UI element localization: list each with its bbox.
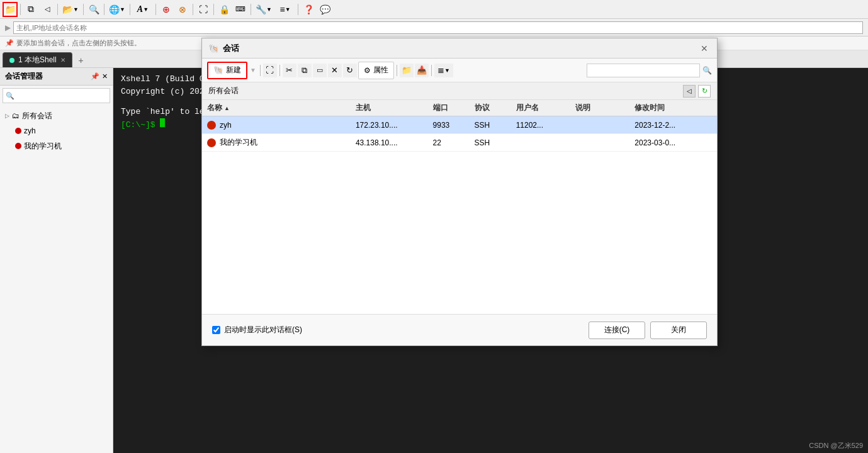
key-button[interactable]: ⌨ bbox=[233, 2, 248, 17]
paste-session-button[interactable]: ▭ bbox=[313, 64, 327, 77]
main-toolbar: 📁 ⧉ ◁ 📂▼ 🔍 🌐▼ A▼ ⊕ ⊗ bbox=[0, 0, 868, 19]
folder-icon: 📁 bbox=[5, 4, 16, 14]
new-tab-button[interactable]: + bbox=[74, 53, 89, 67]
row-mystudy-host: 43.138.10.... bbox=[356, 138, 433, 147]
view-icon: ≣ bbox=[437, 65, 444, 75]
close-dialog-button[interactable]: 关闭 bbox=[650, 322, 707, 339]
col-header-desc[interactable]: 说明 bbox=[575, 103, 634, 113]
sidebar-search-bar: 🔍 bbox=[3, 88, 110, 103]
dialog-path-right: ◁ ↻ bbox=[683, 85, 711, 98]
properties-label: 属性 bbox=[373, 65, 388, 76]
delete-button[interactable]: ✕ bbox=[328, 64, 342, 77]
separator-7 bbox=[193, 4, 193, 15]
dialog-title-text: 会话 bbox=[223, 43, 239, 54]
tab-dot bbox=[9, 58, 14, 63]
info-text: 要添加当前会话，点击左侧的箭头按钮。 bbox=[16, 38, 141, 48]
dialog-path-bar: 所有会话 ◁ ↻ bbox=[202, 82, 717, 100]
dialog-sep-2 bbox=[279, 65, 280, 76]
col-header-host[interactable]: 主机 bbox=[356, 103, 433, 113]
folder-button[interactable]: 📁 bbox=[3, 2, 18, 17]
xftp-button[interactable]: ⊕ bbox=[159, 2, 174, 17]
properties-button[interactable]: ⚙ 属性 bbox=[358, 62, 394, 79]
sidebar-item-mystudy[interactable]: 我的学习机 bbox=[0, 138, 113, 154]
table-row-zyh[interactable]: zyh 172.23.10.... 9933 SSH 11202... 2023… bbox=[202, 116, 717, 134]
dialog-close-button[interactable]: ✕ bbox=[698, 42, 711, 55]
reconnect-icon: ↻ bbox=[346, 65, 353, 75]
row-mystudy-name: 我的学习机 bbox=[207, 137, 356, 148]
lock-button[interactable]: 🔒 bbox=[217, 2, 232, 17]
sidebar-item-zyh[interactable]: zyh bbox=[0, 123, 113, 138]
row-mystudy-port: 22 bbox=[433, 138, 475, 147]
col-header-user[interactable]: 用户名 bbox=[516, 103, 575, 113]
row-zyh-time: 2023-12-2... bbox=[634, 121, 712, 130]
copy-session-icon: ⧉ bbox=[302, 65, 307, 76]
connect-open-button[interactable]: ⛶ bbox=[263, 64, 277, 77]
reconnect-button[interactable]: ↻ bbox=[343, 64, 357, 77]
open-button[interactable]: 📂▼ bbox=[60, 2, 81, 17]
globe-icon: 🌐 bbox=[109, 4, 120, 14]
find-button[interactable]: 🔍 bbox=[86, 2, 101, 17]
new-session-button[interactable]: 🌐▼ bbox=[107, 2, 127, 17]
dialog-titlebar: 🐚 会话 ✕ bbox=[202, 38, 717, 59]
import-button[interactable]: 📥 bbox=[415, 64, 429, 77]
more-button[interactable]: ≡▼ bbox=[275, 2, 295, 17]
copy-session-button[interactable]: ⧉ bbox=[298, 64, 312, 77]
col-header-port[interactable]: 端口 bbox=[433, 103, 475, 113]
tools-icon: 🔧 bbox=[256, 4, 266, 14]
zyh-label: zyh bbox=[24, 126, 36, 135]
local-shell-tab[interactable]: 1 本地Shell ✕ bbox=[3, 52, 72, 67]
separator-2 bbox=[57, 4, 58, 15]
dialog-search-input[interactable] bbox=[587, 64, 700, 77]
startup-checkbox[interactable] bbox=[212, 326, 220, 334]
paste-button[interactable]: ◁ bbox=[40, 2, 55, 17]
col-header-time[interactable]: 修改时间 bbox=[634, 103, 712, 113]
table-row-mystudy[interactable]: 我的学习机 43.138.10.... 22 SSH 2023-03-0... bbox=[202, 134, 717, 152]
connect-button[interactable]: 连接(C) bbox=[589, 322, 645, 339]
chat-button[interactable]: 💬 bbox=[317, 2, 332, 17]
path-refresh-button[interactable]: ↻ bbox=[698, 85, 711, 98]
connect-open-icon: ⛶ bbox=[266, 65, 274, 75]
dialog-title-icon: 🐚 bbox=[208, 43, 219, 53]
col-header-proto[interactable]: 协议 bbox=[475, 103, 516, 113]
new-session-icon: 🐚 bbox=[213, 65, 223, 75]
expand-icon: ▷ bbox=[5, 113, 9, 119]
folder-tree-icon: 🗂 bbox=[12, 111, 20, 120]
lock-icon: 🔒 bbox=[219, 4, 230, 14]
pin-icon: 📌 bbox=[5, 39, 14, 47]
more-icon: ≡ bbox=[279, 4, 285, 14]
sidebar-close-icon[interactable]: ✕ bbox=[102, 72, 108, 81]
copy-button[interactable]: ⧉ bbox=[23, 2, 38, 17]
separator-8 bbox=[213, 4, 214, 15]
sidebar-header-icons: 📌 ✕ bbox=[91, 72, 108, 81]
path-back-button[interactable]: ◁ bbox=[683, 85, 696, 98]
view-button[interactable]: ≣▼ bbox=[434, 64, 453, 77]
tools-button[interactable]: 🔧▼ bbox=[254, 2, 274, 17]
sidebar-header: 会话管理器 📌 ✕ bbox=[0, 68, 113, 86]
dialog-search-icon[interactable]: 🔍 bbox=[702, 66, 712, 75]
properties-icon: ⚙ bbox=[364, 66, 371, 75]
row-zyh-host: 172.23.10.... bbox=[356, 121, 433, 130]
dialog-sep-1 bbox=[260, 65, 261, 76]
folder-new-button[interactable]: 📁 bbox=[400, 64, 414, 77]
help-button[interactable]: ❓ bbox=[301, 2, 316, 17]
new-session-label: 新建 bbox=[226, 65, 241, 76]
sidebar-title: 会话管理器 bbox=[5, 71, 43, 82]
row-zyh-user: 11202... bbox=[516, 121, 575, 130]
font-button[interactable]: A▼ bbox=[133, 2, 153, 17]
col-header-name[interactable]: 名称 ▲ bbox=[207, 103, 356, 113]
separator-1 bbox=[20, 4, 21, 15]
cut-button[interactable]: ✂ bbox=[283, 64, 296, 77]
sidebar-pin-icon[interactable]: 📌 bbox=[91, 72, 99, 81]
tab-close-button[interactable]: ✕ bbox=[60, 57, 65, 64]
folder-new-icon: 📁 bbox=[402, 65, 412, 75]
xshell-button[interactable]: ⊗ bbox=[175, 2, 190, 17]
new-session-button[interactable]: 🐚 新建 bbox=[207, 62, 247, 79]
fullscreen-button[interactable]: ⛶ bbox=[196, 2, 211, 17]
help-icon: ❓ bbox=[303, 4, 314, 14]
startup-checkbox-label[interactable]: 启动时显示此对话框(S) bbox=[212, 325, 302, 335]
address-input[interactable] bbox=[13, 21, 863, 34]
key-icon: ⌨ bbox=[235, 5, 245, 13]
copy-icon: ⧉ bbox=[28, 4, 34, 14]
find-icon: 🔍 bbox=[89, 4, 99, 14]
sidebar-item-all-sessions[interactable]: ▷ 🗂 所有会话 bbox=[0, 108, 113, 123]
